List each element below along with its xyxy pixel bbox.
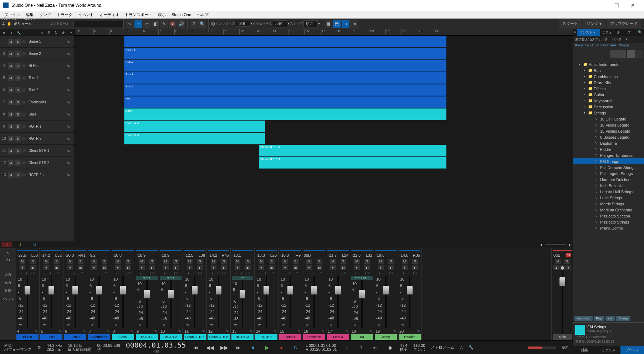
mixer-side-出力[interactable]: 出力 xyxy=(1,279,15,287)
mute-button[interactable]: M xyxy=(8,39,14,45)
channel-name[interactable]: Bass xyxy=(112,334,134,340)
record-arm[interactable] xyxy=(22,76,26,80)
tree-node[interactable]: ∿Pizzicato Strings xyxy=(573,219,644,225)
channel-auto[interactable]: オート: オフ xyxy=(231,271,254,276)
tree-node[interactable]: ∿15 Violins Legato xyxy=(573,128,644,134)
tree-node[interactable]: ∿Full Legato Strings xyxy=(573,170,644,176)
channel-vol[interactable]: -20.0 xyxy=(65,253,74,257)
channel-rec[interactable]: ● xyxy=(115,265,121,270)
tree-node[interactable]: ∿Pizzicato Section xyxy=(573,213,644,219)
start-button[interactable]: スタート xyxy=(559,20,582,28)
mute-button[interactable]: M xyxy=(8,160,14,166)
track-name[interactable]: Hi-Hat xyxy=(27,64,65,68)
channel-mon[interactable]: ◐ xyxy=(221,265,227,270)
timesig[interactable]: 4 / 4 xyxy=(400,344,408,348)
channel-name[interactable]: Tom 1 xyxy=(40,334,62,340)
channel-name[interactable]: Clean GTR 2 xyxy=(208,334,230,340)
track-name[interactable]: Clean GTR 1 xyxy=(27,149,65,153)
channel-mute[interactable]: M xyxy=(67,259,73,264)
timebase-value[interactable]: 小節 xyxy=(273,20,287,27)
home-icon[interactable]: ⌂ xyxy=(573,29,577,36)
channel-vol[interactable]: -14.8 xyxy=(399,253,408,257)
track-name[interactable]: Overheads xyxy=(27,100,65,104)
mute-button[interactable]: M xyxy=(8,136,14,142)
browser-tab[interactable]: エフェクト xyxy=(600,29,615,36)
channel-rec[interactable]: ● xyxy=(259,265,264,270)
channel-fader[interactable]: 106--6-12-24-48-∞ xyxy=(40,276,62,328)
channel-auto[interactable]: オート: オフ xyxy=(136,271,158,276)
channel-auto[interactable]: オート: オフ xyxy=(208,271,230,276)
tree-node[interactable]: ∿Lush Strings xyxy=(573,195,644,201)
channel-auto[interactable]: オート: オフ xyxy=(112,271,134,276)
mute-button[interactable]: M xyxy=(8,63,14,69)
record-arm[interactable] xyxy=(22,161,26,165)
tree-node[interactable]: ▸📁Guitar xyxy=(573,92,644,98)
tree-node[interactable]: ∿Baglomra xyxy=(573,140,644,146)
channel-mute[interactable]: M xyxy=(259,259,264,264)
channel-solo[interactable]: S xyxy=(126,259,131,264)
mute-button[interactable]: M xyxy=(8,124,14,129)
expand-icon[interactable]: ▾ xyxy=(584,111,587,114)
expand-icon[interactable]: ▸ xyxy=(584,105,587,108)
clip[interactable]: Clean GTR 2 U xyxy=(259,157,446,169)
channel-vol[interactable]: -19.8 xyxy=(375,253,384,257)
channel-fader[interactable]: 106--6-12-24-48-∞ xyxy=(303,276,325,328)
param-dropdown[interactable] xyxy=(73,21,123,27)
channel-mute[interactable]: M xyxy=(378,259,384,264)
tree-node[interactable]: ∿Flanged Tamburas xyxy=(573,152,644,158)
solo-button[interactable]: S xyxy=(15,75,21,81)
channel-auto[interactable]: オート: オフ xyxy=(40,271,62,276)
mute-button[interactable]: M xyxy=(8,87,14,93)
channel-vol[interactable]: -10.9 xyxy=(137,253,145,257)
channel-rec[interactable]: ● xyxy=(187,265,193,270)
channel-solo[interactable]: S xyxy=(245,259,251,264)
channel-mon[interactable]: ◐ xyxy=(293,265,298,270)
expand-icon[interactable]: ▸ xyxy=(584,81,587,84)
metro-settings-icon[interactable]: 🔧 xyxy=(469,345,474,350)
solo-button[interactable]: S xyxy=(15,99,21,105)
track-row[interactable]: 13 M S RGTR 2a ∿ xyxy=(0,169,75,181)
mixer-side-...[interactable]: ... xyxy=(1,264,15,270)
autoscroll-icon[interactable]: ▦ xyxy=(324,20,332,28)
channel-pan[interactable]: L24 xyxy=(342,253,348,257)
channel-rec[interactable]: ● xyxy=(44,265,49,270)
gear-icon[interactable]: ⚙ xyxy=(37,345,41,350)
expand-icon[interactable]: ▸ xyxy=(584,93,587,96)
tree-node[interactable]: ∿Prima Domra xyxy=(573,225,644,231)
channel-auto[interactable]: オート: オフ xyxy=(303,271,325,276)
channel-rec[interactable]: ● xyxy=(163,265,169,270)
track-row[interactable]: 5 M S Tom 1 ∿ xyxy=(0,72,75,84)
arrow-tool[interactable]: ↖ xyxy=(126,20,134,28)
tree-node[interactable]: ▸📁Combinations xyxy=(573,73,644,79)
track-name[interactable]: Snare 2 xyxy=(27,52,65,56)
channel-mon[interactable]: ◐ xyxy=(197,265,203,270)
channel-pan[interactable]: R45 xyxy=(222,253,229,257)
channel-fader[interactable]: 106--6-12-24-48-∞ xyxy=(160,280,182,328)
channel-pan[interactable]: R9 xyxy=(296,253,301,257)
channel-fader[interactable]: 106--6-12-24-48-∞ xyxy=(112,276,134,328)
channel-mute[interactable]: M xyxy=(115,259,121,264)
channel-solo[interactable]: S xyxy=(269,259,275,264)
solo-button[interactable]: S xyxy=(15,148,21,154)
scroll-left-icon[interactable]: ◂ xyxy=(540,242,542,247)
mute-button[interactable]: M xyxy=(8,75,14,81)
insert-slot[interactable]: オート:オフ xyxy=(351,276,373,280)
channel-fader[interactable]: 106--6-12-24-48-∞ xyxy=(375,276,397,328)
expand-icon[interactable]: ▸ xyxy=(584,87,587,90)
more-icon[interactable]: ⋯ xyxy=(67,30,73,35)
browser-sort[interactable]: 並び替え: 全f フォルダー ベンダー ▾ xyxy=(573,36,644,43)
track-row[interactable]: 7 M S Overheads ∿ xyxy=(0,96,75,108)
browser-breadcrumb[interactable]: Presence › Artist Instruments › Strings xyxy=(573,43,644,49)
hand-icon[interactable]: ✋ xyxy=(7,21,12,26)
record-arm[interactable] xyxy=(22,113,26,116)
channel-solo[interactable]: S xyxy=(412,259,418,264)
tree-node[interactable]: ▸📁Effects xyxy=(573,86,644,92)
channel-mute[interactable]: M xyxy=(330,259,336,264)
tag[interactable]: Pop xyxy=(594,316,604,321)
channel-vol[interactable]: -10.1 xyxy=(232,253,241,257)
channel-solo[interactable]: S xyxy=(30,259,36,264)
clip[interactable]: Hi-Hat xyxy=(124,60,446,72)
track-row[interactable]: 6 M S Tom 2 ∿ xyxy=(0,84,75,96)
solo-button[interactable]: S xyxy=(15,63,21,69)
clip[interactable] xyxy=(124,36,446,47)
